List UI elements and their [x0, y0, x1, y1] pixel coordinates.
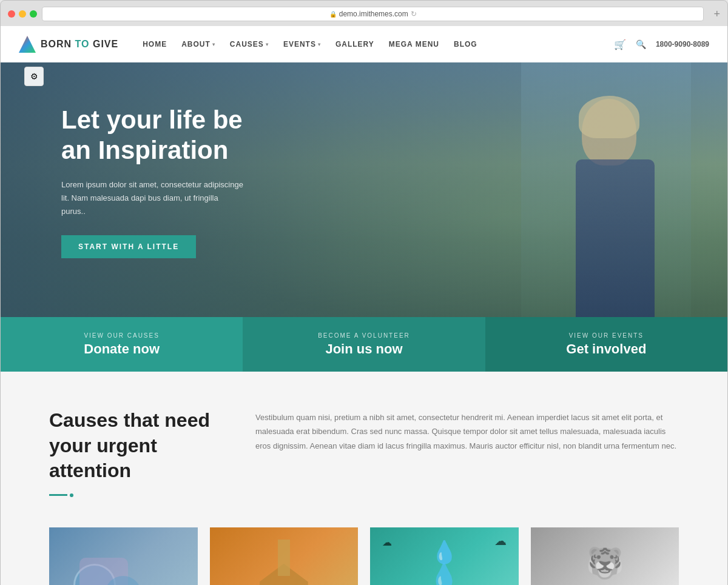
hero-subtitle: Lorem ipsum dolor sit amet, consectetur … — [61, 178, 243, 218]
cause-card-3[interactable]: 💧 🤲 ☁ ☁ 37% SAVE WATER I — [370, 527, 519, 585]
cause-card-2[interactable]: 66% HELP REBUILD NEPAL $166,290.00 donat… — [210, 527, 359, 585]
card-image-3: 💧 🤲 ☁ ☁ 37% — [370, 527, 519, 585]
logo-icon — [19, 36, 36, 53]
nav-gallery[interactable]: GALLERY — [335, 40, 374, 48]
causes-cards: 41% EDUCATION FOR EVERYONE $50,000.00 do… — [49, 527, 679, 585]
nav-actions: 🛒 🔍 1800-9090-8089 — [614, 39, 709, 50]
cta-donate-label: VIEW OUR CAUSES — [84, 332, 159, 339]
causes-header: Causes that need your urgent attention V… — [49, 408, 679, 497]
cta-volunteer[interactable]: BECOME A VOLUNTEER Join us now — [243, 317, 485, 372]
browser-toolbar: 🔒 demo.imithemes.com ↻ + — [1, 7, 727, 26]
minimize-button[interactable] — [19, 10, 26, 18]
causes-section: Causes that need your urgent attention V… — [1, 372, 727, 585]
nav-events[interactable]: EVENTS ▾ — [283, 40, 321, 48]
cta-donate[interactable]: VIEW OUR CAUSES Donate now — [1, 317, 243, 372]
hero-content: Let your life be an Inspiration Lorem ip… — [1, 62, 727, 258]
cta-strip: VIEW OUR CAUSES Donate now BECOME A VOLU… — [1, 317, 727, 372]
cart-icon[interactable]: 🛒 — [614, 39, 626, 50]
settings-icon[interactable]: ⚙ — [24, 67, 44, 86]
causes-heading: Causes that need your urgent attention — [49, 408, 219, 497]
cause-card-4[interactable]: 🐯 68% SAVE TIGERS FROM POACHERS $54,700.… — [531, 527, 679, 585]
navbar: BORN TO GIVE HOME ABOUT ▾ CAUSES ▾ EVENT… — [1, 26, 727, 62]
hero-cta-button[interactable]: START WITH A LITTLE — [61, 235, 196, 258]
nav-links: HOME ABOUT ▾ CAUSES ▾ EVENTS ▾ GALLERY M… — [143, 40, 614, 48]
divider-line — [49, 494, 67, 496]
nav-about[interactable]: ABOUT ▾ — [181, 40, 215, 48]
causes-divider — [49, 493, 219, 497]
nav-blog[interactable]: BLOG — [454, 40, 477, 48]
cta-donate-title: Donate now — [84, 341, 160, 357]
nav-causes[interactable]: CAUSES ▾ — [230, 40, 269, 48]
cta-events-label: VIEW OUR EVENTS — [569, 332, 644, 339]
card-image-4: 🐯 68% — [531, 527, 679, 585]
phone-number: 1800-9090-8089 — [656, 40, 709, 48]
cta-events-title: Get involved — [566, 341, 646, 357]
card-image-1: 41% — [49, 527, 198, 585]
causes-title: Causes that need your urgent attention — [49, 408, 219, 484]
nav-home[interactable]: HOME — [143, 40, 167, 48]
card-image-2: 66% — [210, 527, 359, 585]
cta-volunteer-label: BECOME A VOLUNTEER — [318, 332, 410, 339]
new-tab-button[interactable]: + — [713, 8, 720, 21]
url-bar[interactable]: 🔒 demo.imithemes.com ↻ — [42, 7, 704, 21]
cause-card-1[interactable]: 41% EDUCATION FOR EVERYONE $50,000.00 do… — [49, 527, 198, 585]
cta-volunteer-title: Join us now — [325, 341, 402, 357]
logo-text: BORN TO GIVE — [41, 39, 118, 50]
logo[interactable]: BORN TO GIVE — [19, 36, 118, 53]
url-text: demo.imithemes.com — [339, 10, 408, 18]
hero-section: Let your life be an Inspiration Lorem ip… — [1, 62, 727, 317]
causes-description: Vestibulum quam nisi, pretium a nibh sit… — [255, 408, 679, 497]
close-button[interactable] — [8, 10, 15, 18]
nav-mega-menu[interactable]: MEGA MENU — [389, 40, 439, 48]
search-icon[interactable]: 🔍 — [636, 39, 646, 49]
browser-window: 🔒 demo.imithemes.com ↻ + ⚙ BORN TO GIVE … — [0, 0, 728, 585]
divider-dot — [70, 493, 73, 497]
cta-events[interactable]: VIEW OUR EVENTS Get involved — [485, 317, 727, 372]
maximize-button[interactable] — [30, 10, 37, 18]
page-content: ⚙ BORN TO GIVE HOME ABOUT ▾ CAUSES ▾ EVE… — [1, 26, 727, 585]
browser-dots — [8, 10, 37, 18]
hero-title: Let your life be an Inspiration — [61, 105, 727, 166]
